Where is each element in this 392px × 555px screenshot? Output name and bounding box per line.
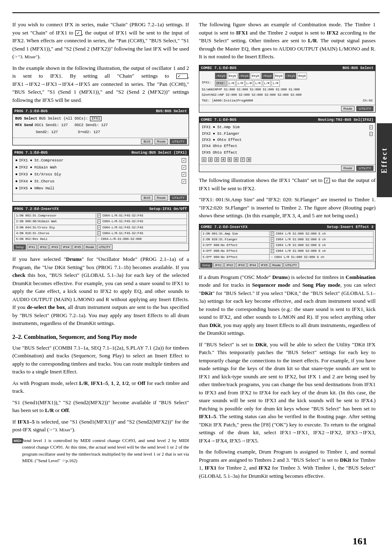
combi71-routing-title-right: Routing:T02-BUS Sel(IFX2) — [318, 118, 374, 122]
prog71-routing-title: PROG 7.1:Ed–BUS Routing:BUS Select (IFX1… — [13, 150, 189, 156]
combi-routing-check-1: ✓ — [369, 124, 373, 130]
combi-fx-row-5: 5:Off 000:No Effect → C064 L/R S1:000 S2… — [201, 254, 374, 260]
prog71-bus-body: BUS Select BUS Select (All OSCs): IFX1 M… — [13, 114, 189, 138]
left-para-drums-intro: If you have selected "Drums" for "Oscill… — [12, 255, 189, 327]
right-para3: "IFX1: 001:St.Amp Sim" and "IFX2: 020: S… — [199, 196, 376, 220]
combi-fx-row-1: 1:ON 001:St.Amp Sim ✓ C064 L/R S1:000 S2… — [201, 231, 374, 237]
combi-route-btn[interactable]: Route — [341, 106, 355, 111]
prog71-bus-footer: BUS Route UTILITY — [13, 138, 189, 145]
combi-routing-item-2: IFX2 ● St.Flanger ✓ — [202, 131, 373, 137]
routing-label-1: IFX1 ● St.Compressor — [19, 158, 63, 164]
ifx4-tab[interactable]: IFX4 — [61, 244, 71, 250]
combi-ifx3-tab[interactable]: IFX3 — [236, 263, 247, 268]
fx-row-5: 5:ON 052:Rev Hall → C064-L/R-S1:000-S2:0… — [15, 237, 187, 242]
ifx1-tab[interactable]: IFX1 — [27, 244, 37, 250]
combi-ifx4-tab[interactable]: IFX4 — [247, 263, 258, 268]
ifx3-tab[interactable]: IFX3 — [49, 244, 60, 250]
routing-item-1: ● IFX1 ● St.Compressor ✓ — [15, 157, 186, 164]
bullet-2: ● — [15, 164, 18, 171]
combi-routing-layout: IFX1 ● St.Amp Sim ✓ IFX2 ● St.Flanger ✓ … — [202, 124, 373, 156]
bus-btn[interactable]: BUS — [141, 139, 152, 144]
t02-label: T02: │A000:InitialProgA000 — [202, 98, 253, 104]
keyb-header-3: ✓Keyb — [238, 73, 250, 79]
combi-routing-route-btn[interactable]: Route — [341, 166, 355, 171]
combi-ifx-row: IFX1: IFX2: L/R L/R L/R L/R L/R L/R — [202, 80, 373, 87]
prog72-insertfx-title-left: PROG 7.2:Ed–InsertFX — [14, 207, 59, 211]
page-container: If you wish to connect IFX in series, ma… — [0, 0, 392, 555]
combi72-insertfx-title-right: Setup:Insert Effect 3 — [327, 225, 374, 229]
combi-fx-num-4: 4:Off 000:No Effect — [201, 249, 270, 254]
routing-checkbox-3: ✓ — [182, 172, 186, 177]
combi71-bus-title: COMBI 7.1:Ed–BUS BUS:BUS Select — [199, 65, 375, 71]
fx-val-1: ✓ C064-L/R-S1:F4S-S2:F4S — [96, 213, 187, 219]
combi-ifx2-tab[interactable]: IFX2 — [224, 263, 235, 268]
keyb-header-7: ✓Keyb — [285, 73, 297, 79]
fx-val-2: ✓ C064-L/R-S1:F4S-S2:F4S — [96, 219, 187, 225]
combi-fx-val-4: ✓ C064 L/R S1:000 S2:000 G ch — [269, 249, 373, 254]
combi-ifx5-tab[interactable]: IFX5 — [259, 263, 270, 268]
prog71-bus-select-box: PROG 7.1:Ed–BUS BUS:BUS Select BUS Selec… — [12, 108, 189, 145]
ifx1-lr-3: L/R — [245, 80, 254, 87]
section-heading-2-2: 2–2. Combination, Sequencer, and Song Pl… — [12, 334, 189, 341]
fx-num-5: 5:ON 052:Rev Hall — [15, 237, 96, 242]
prog71-bus-title: PROG 7.1:Ed–BUS BUS:BUS Select — [13, 108, 189, 114]
combi-routing-label-1: IFX1 ● St.Amp Sim — [202, 124, 240, 130]
ifx5-tab[interactable]: IFX5 — [72, 244, 83, 250]
fx-num-2: 2:ON 006:0D/HiGain Wah — [15, 219, 96, 225]
left-para4: As with Program mode, select L/R, IFX1–5… — [12, 379, 189, 395]
mfx-send-label: MFX Send — [15, 122, 33, 128]
left-para1: If you wish to connect IFX in series, ma… — [12, 21, 189, 61]
combi72-insertfx-footer: Setup IFX1 IFX2 IFX3 IFX4 IFX5 Route UTI… — [199, 261, 375, 269]
utility-tab[interactable]: UTILITY — [97, 244, 113, 250]
routing-route-btn[interactable]: Route — [154, 195, 168, 200]
combi71-routing-title-left: COMBI 7.1:Ed–BUS — [201, 118, 236, 122]
setup-tab[interactable]: Setup — [14, 244, 26, 250]
num-6: 6 — [234, 157, 238, 162]
combi-fx-val-1: ✓ C064 L/R S1:000 S2:000 G ch — [269, 231, 373, 237]
combi71-routing-box: COMBI 7.1:Ed–BUS Routing:T02-BUS Sel(IFX… — [199, 117, 376, 172]
right-para2: The following illustration shows the IFX… — [199, 176, 376, 192]
bullet-1: ● — [15, 157, 18, 164]
utility-btn[interactable]: UTILITY — [170, 139, 187, 144]
combi-fx-num-5: 5:Off 000:No Effect — [201, 254, 270, 260]
combi-ifx1-tab[interactable]: IFX1 — [213, 263, 224, 268]
combi72-insertfx-title-left: COMBI 7.2:Ed–InsertFX — [201, 225, 247, 229]
ifx2-tab[interactable]: IFX2 — [38, 244, 48, 250]
routing-item-4: ● IFX4 ● St.Chorus ✓ — [15, 178, 186, 185]
combi-fx-num-1: 1:ON 001:St.Amp Sim — [201, 231, 270, 237]
combi-utility-tab[interactable]: UTILITY — [284, 263, 299, 268]
num-7: 7 — [240, 157, 245, 162]
combi-fx-val-3: ✓ C064 L/R S1:000 S2:000 G ch — [269, 243, 373, 249]
combi-route-tab[interactable]: Route — [270, 263, 283, 268]
combi71-bus-select-box: COMBI 7.1:Ed–BUS BUS:BUS Select ✓Keyb Ke… — [199, 65, 376, 113]
combi-routing-label-2: IFX2 ● St.Flanger — [202, 131, 240, 137]
routing-label-5: IFX5 ● HRev Hall — [19, 186, 54, 191]
fx-num-4: 4:ON 016:St.Chorus — [15, 230, 96, 236]
route-tab[interactable]: Route — [84, 244, 96, 250]
left-para2: In the example shown in the following il… — [12, 64, 189, 104]
routing-utility-btn[interactable]: UTILITY — [170, 195, 187, 200]
prog71-routing-footer: BUS Route UTILITY — [13, 194, 189, 201]
route-btn[interactable]: Route — [154, 139, 168, 144]
combi-routing-utility-btn[interactable]: UTILITY — [356, 166, 374, 171]
num-8: 8 — [247, 157, 251, 162]
routing-bus-btn[interactable]: BUS — [141, 195, 152, 200]
combi-routing-item-1: IFX1 ● St.Amp Sim ✓ — [202, 124, 373, 130]
combi-s2-row: S2n#t%S2:n%P S2:000 S2:000 S2:000 S2:000… — [202, 92, 373, 97]
bullet-3: ● — [15, 171, 18, 178]
combi-setup-tab[interactable]: Setup — [200, 263, 212, 268]
fx-row-2: 2:ON 006:0D/HiGain Wah ✓ C064-L/R-S1:F4S… — [15, 219, 187, 225]
ifx1-lr-4: L/R — [254, 80, 262, 87]
num-3: 3 — [214, 157, 219, 162]
combi-header-row: ✓Keyb Keyb ✓Keyb Keyb ✓Keyb Keyb ✓Keyb K… — [202, 73, 373, 79]
bus-select-label: BUS Select — [15, 116, 37, 122]
header-blank — [202, 73, 214, 79]
ifx1-lr-1: L/R — [228, 80, 236, 87]
combi-routing-item-3: IFX3 ● Ohto Effect — [202, 137, 373, 143]
bus-select-row: BUS Select BUS Select (All OSCs): IFX1 — [15, 116, 186, 122]
top-rule — [12, 12, 380, 13]
effect-sidebar-label: Effect — [377, 123, 392, 197]
combi-utility-btn[interactable]: UTILITY — [356, 106, 374, 111]
prog71-routing-body: ● IFX1 ● St.Compressor ✓ ● IFX2 ● HiGain… — [13, 156, 189, 194]
routing-item-5: ● IFX5 ● HRev Hall — [15, 185, 186, 192]
